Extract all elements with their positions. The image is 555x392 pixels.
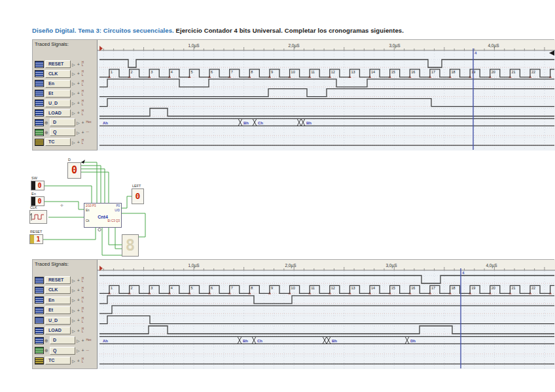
- title-instruction: Completar los cronogramas siguientes.: [285, 27, 404, 34]
- signal-button-En[interactable]: En: [45, 80, 71, 88]
- expand-plus-D[interactable]: +: [82, 338, 84, 343]
- pin-icon-CLK: ▷: [72, 288, 75, 293]
- expand-plus-Et[interactable]: +: [77, 308, 80, 313]
- signal-row-En: En▷+HL: [35, 79, 84, 88]
- signal-icon-U_D[interactable]: [35, 317, 44, 324]
- signal-button-D[interactable]: D: [50, 336, 75, 344]
- signal-row-U_D: U_D▷+HL: [35, 316, 84, 325]
- expand-plus-RESET[interactable]: +: [77, 62, 80, 67]
- signal-row-D: ⊕D▷+Hex: [35, 118, 92, 127]
- expand-plus-RESET[interactable]: +: [77, 278, 80, 283]
- expand-plus-Q[interactable]: +: [82, 348, 84, 353]
- switch-en[interactable]: 0: [31, 196, 45, 206]
- expand-plus-TC[interactable]: +: [77, 359, 80, 363]
- signal-icon-RESET[interactable]: [35, 61, 44, 68]
- signal-button-En[interactable]: En: [45, 296, 71, 304]
- signal-button-CLK[interactable]: CLK: [45, 70, 71, 78]
- level-marker-En: HL: [82, 297, 84, 303]
- signal-button-CLK[interactable]: CLK: [45, 286, 71, 294]
- expand-icon-D[interactable]: ⊕: [45, 120, 48, 125]
- signal-icon-En[interactable]: [35, 80, 44, 87]
- signal-icon-D[interactable]: [35, 119, 44, 126]
- signal-button-Et[interactable]: Et: [45, 306, 71, 314]
- expand-plus-CLK[interactable]: +: [77, 71, 80, 76]
- expand-icon-Q[interactable]: ⊕: [45, 348, 48, 353]
- svg-text:18: 18: [452, 286, 456, 290]
- pin-icon-Et: ▷: [72, 91, 75, 96]
- signal-row-En: En▷+HL: [35, 296, 84, 305]
- signal-button-Q[interactable]: Q: [50, 128, 75, 136]
- clock-generator[interactable]: [29, 210, 47, 224]
- display-big-value: 8: [122, 235, 138, 256]
- signal-icon-LOAD[interactable]: [35, 109, 44, 116]
- signal-icon-En[interactable]: [35, 296, 44, 304]
- pin-icon-En: ▷: [72, 81, 75, 86]
- expand-plus-TC[interactable]: +: [77, 140, 80, 145]
- signal-button-LOAD[interactable]: LOAD: [45, 109, 71, 117]
- signal-icon-Q[interactable]: [35, 347, 44, 354]
- signal-icon-D[interactable]: [35, 337, 44, 344]
- svg-text:14: 14: [371, 70, 375, 74]
- signal-icon-TC[interactable]: [35, 139, 44, 146]
- expand-plus-Q[interactable]: +: [82, 130, 84, 135]
- expand-plus-U_D[interactable]: +: [77, 101, 80, 105]
- signal-button-LOAD[interactable]: LOAD: [45, 327, 71, 334]
- signal-icon-CLK[interactable]: [35, 287, 44, 294]
- svg-text:3: 3: [151, 286, 152, 290]
- title-exercise: Ejercicio Contador 4 bits Universal.: [176, 27, 285, 34]
- signal-button-D[interactable]: D: [50, 118, 75, 126]
- switch-en-value: 0: [35, 197, 44, 205]
- signal-icon-CLK[interactable]: [35, 70, 44, 77]
- expand-plus-En[interactable]: +: [77, 298, 80, 302]
- signal-row-Et: Et▷+HL: [35, 89, 84, 98]
- svg-text:11: 11: [311, 70, 315, 74]
- time-label: 3,0µS: [389, 43, 401, 48]
- signal-icon-Et[interactable]: [35, 307, 44, 314]
- display-left-label: LEFT: [132, 184, 141, 188]
- expand-icon-D[interactable]: ⊕: [45, 338, 48, 343]
- waveform-panel-1: Traced Signals:RESET▷+HLCLK▷+HLEn▷+HLEt▷…: [32, 39, 554, 151]
- counter-chip[interactable]: 2/10 P3P0 EnU/D Cnt4 CkEt C3 Q3: [84, 203, 122, 228]
- bus-value-label: Bh: [243, 339, 248, 343]
- signal-button-RESET[interactable]: RESET: [45, 276, 71, 284]
- bus-value-label: Bh: [332, 339, 337, 343]
- pin-icon-LOAD: ▷: [72, 111, 75, 115]
- switch-sw-knob[interactable]: [31, 181, 35, 190]
- expand-plus-LOAD[interactable]: +: [77, 111, 80, 115]
- expand-plus-D[interactable]: +: [82, 120, 84, 125]
- switch-reset-knob[interactable]: [30, 235, 34, 243]
- clock-generator-label: CLK: [30, 205, 37, 209]
- panel-1-signal-list: Traced Signals:RESET▷+HLCLK▷+HLEn▷+HLEt▷…: [33, 40, 98, 150]
- expand-icon-Q[interactable]: ⊕: [45, 130, 48, 135]
- signal-row-Q: ⊕Q▷+---: [35, 128, 89, 137]
- svg-text:7: 7: [231, 70, 233, 74]
- pin-icon-D: ▷: [77, 120, 80, 125]
- expand-plus-Et[interactable]: +: [77, 91, 80, 96]
- signal-button-U_D[interactable]: U_D: [45, 99, 71, 107]
- expand-plus-U_D[interactable]: +: [77, 318, 80, 323]
- signal-button-TC[interactable]: TC: [45, 138, 71, 146]
- level-marker-TC: HL: [82, 358, 84, 364]
- svg-text:3: 3: [151, 70, 152, 74]
- expand-plus-LOAD[interactable]: +: [77, 329, 80, 333]
- switch-sw[interactable]: 0: [31, 181, 45, 190]
- panel-1-plot: 1,0µS2,0µS3,0µS4,0µS12345678910111213141…: [98, 40, 555, 151]
- switch-reset-value: 1: [34, 235, 43, 243]
- expand-plus-En[interactable]: +: [77, 81, 80, 86]
- signal-icon-Q[interactable]: [35, 129, 44, 136]
- signal-button-Et[interactable]: Et: [45, 90, 71, 98]
- signal-button-TC[interactable]: TC: [45, 357, 71, 365]
- switch-en-knob[interactable]: [31, 197, 35, 205]
- signal-icon-LOAD[interactable]: [35, 327, 44, 334]
- switch-reset[interactable]: 1: [29, 234, 43, 244]
- signal-button-U_D[interactable]: U_D: [45, 317, 71, 325]
- signal-button-Q[interactable]: Q: [50, 347, 75, 355]
- expand-plus-CLK[interactable]: +: [77, 288, 80, 293]
- signal-icon-TC[interactable]: [35, 357, 44, 365]
- seven-segment-display-d: 0: [67, 162, 81, 179]
- signal-button-RESET[interactable]: RESET: [45, 60, 71, 68]
- level-marker-D: Hex: [86, 339, 92, 342]
- signal-icon-U_D[interactable]: [35, 99, 44, 107]
- signal-icon-RESET[interactable]: [35, 277, 44, 284]
- signal-icon-Et[interactable]: [35, 90, 44, 97]
